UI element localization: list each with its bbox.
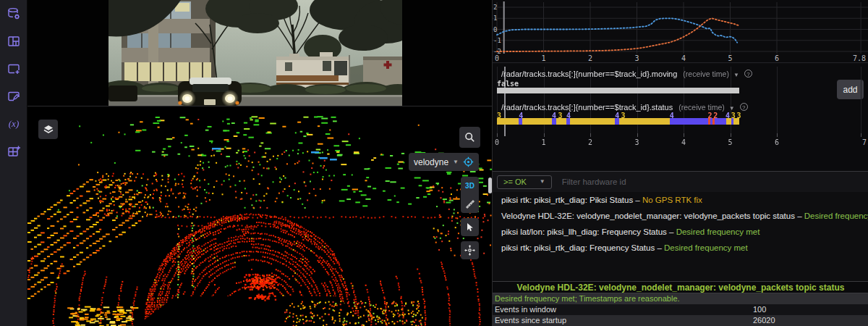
- chevron-down-icon[interactable]: ▼: [729, 105, 735, 112]
- detail-field-value: 26020: [753, 315, 775, 326]
- lidar-3d-panel[interactable]: velodyne ▼ 3D: [27, 106, 492, 326]
- detail-field-row: Events since startup26020: [493, 315, 868, 326]
- variables-icon[interactable]: (x): [0, 110, 27, 138]
- lidar-pointcloud-canvas[interactable]: [27, 106, 492, 326]
- chevron-down-icon: ▼: [540, 178, 545, 185]
- svg-text:1: 1: [541, 54, 545, 62]
- state-band[interactable]: [493, 88, 868, 93]
- move-crosshair-icon: [464, 245, 475, 256]
- diagnostic-name: piksi rtk: piksi_rtk_diag: Piksi Status: [501, 196, 633, 204]
- import-layout-icon[interactable]: [0, 138, 27, 165]
- camera-image: [109, 0, 402, 106]
- diagnostic-status: No GPS RTK fix: [642, 196, 702, 204]
- state-segment: [497, 88, 739, 93]
- chevron-down-icon: ▼: [453, 159, 459, 165]
- camera-image-panel: [27, 0, 492, 106]
- topic-path[interactable]: /radar/tracks.tracks[:]{number==$track_i…: [501, 103, 673, 112]
- diagnostic-row[interactable]: piksi lat/lon: piksi_llh_diag: Frequency…: [493, 224, 868, 240]
- frame-selector[interactable]: velodyne ▼: [409, 153, 479, 171]
- line-chart: 210-1-201234567.8: [493, 0, 868, 63]
- diagnostics-header: >= OK ▼: [493, 172, 868, 192]
- topic-path[interactable]: /radar/tracks.tracks[:]{number==$track_i…: [501, 70, 677, 78]
- state-band[interactable]: [493, 118, 868, 125]
- topic-path-row[interactable]: /radar/tracks.tracks[:]{number==$track_i…: [501, 103, 748, 112]
- lidar-tool-stack: 3D: [461, 177, 479, 213]
- diagnostic-detail-title[interactable]: Velodyne HDL-32E: velodyne_nodelet_manag…: [493, 281, 868, 293]
- axis-tick-label: 6: [775, 138, 779, 146]
- axis-tick-label: 7.8: [862, 138, 868, 146]
- data-source-settings-icon[interactable]: [0, 0, 27, 28]
- axis-tick-label: 3: [634, 138, 639, 146]
- timestamp-method: (receive time): [678, 103, 725, 112]
- svg-text:1: 1: [493, 14, 497, 22]
- cursor-icon: [465, 222, 475, 232]
- diagnostic-row[interactable]: Velodyne HDL-32E: velodyne_nodelet_manag…: [493, 208, 868, 224]
- state-segment: [670, 118, 708, 125]
- axis-tick: [590, 133, 591, 137]
- grid-line: [861, 67, 861, 136]
- svg-text:4: 4: [681, 54, 686, 62]
- detail-field-label: Events since startup: [495, 316, 566, 325]
- axis-tick: [684, 133, 684, 137]
- state-value-label: false: [497, 80, 519, 88]
- detail-field-label: Events in window: [495, 305, 556, 314]
- detail-field-row: Events in window100: [493, 304, 868, 315]
- axis-tick: [731, 133, 731, 137]
- toggle-3d-button[interactable]: 3D: [461, 177, 479, 195]
- svg-text:0: 0: [495, 54, 499, 62]
- diagnostic-name: piksi lat/lon: piksi_llh_diag: Frequency…: [501, 227, 667, 236]
- state-segment: [570, 118, 616, 125]
- diagnostic-name: piksi rtk: piksi_rtk_diag: Frequency Sta…: [501, 243, 655, 252]
- diagnostic-status: Desired frequency met; Timestamps are re…: [804, 212, 868, 220]
- svg-text:5: 5: [728, 54, 732, 62]
- pan-tool-button[interactable]: [461, 241, 479, 259]
- search-icon: [464, 132, 475, 143]
- detail-field-value: 100: [753, 304, 766, 315]
- diagnostic-name: Velodyne HDL-32E: velodyne_nodelet_manag…: [501, 212, 795, 220]
- svg-text:3: 3: [634, 54, 639, 62]
- measure-button[interactable]: [461, 195, 479, 213]
- axis-tick: [861, 133, 861, 137]
- diagnostic-detail: Velodyne HDL-32E: velodyne_nodelet_manag…: [493, 281, 868, 326]
- axis-tick: [637, 133, 638, 137]
- hardware-id-filter-input[interactable]: [562, 177, 864, 186]
- svg-text:-1: -1: [493, 37, 501, 44]
- select-tool-button[interactable]: [461, 218, 479, 236]
- diagnostic-row[interactable]: piksi rtk: piksi_rtk_diag: Piksi Status …: [493, 192, 868, 208]
- state-segment: [556, 118, 566, 125]
- edit-layout-icon[interactable]: [0, 83, 27, 110]
- diagnostic-detail-fields: Events in window100Events since startup2…: [493, 304, 868, 326]
- svg-text:0: 0: [493, 26, 497, 33]
- plot-panel[interactable]: 210-1-201234567.8: [493, 0, 868, 63]
- svg-text:2: 2: [493, 4, 497, 11]
- grid-line: [497, 67, 498, 136]
- diagnostic-row[interactable]: piksi rtk: piksi_rtk_diag: Frequency Sta…: [493, 240, 868, 256]
- 3d-mode-label: 3D: [465, 182, 475, 190]
- state-transitions-panel[interactable]: add 01234567.8/radar/tracks.tracks[:]{nu…: [493, 64, 868, 171]
- layout-grid-icon[interactable]: [0, 28, 27, 55]
- topic-path-row[interactable]: /radar/tracks.tracks[:]{number==$track_i…: [501, 70, 752, 78]
- state-segment: [522, 118, 552, 125]
- severity-filter-select[interactable]: >= OK ▼: [497, 175, 552, 189]
- axis-tick-label: 4: [681, 138, 686, 146]
- state-segment: [619, 118, 670, 125]
- axis-tick: [777, 133, 778, 137]
- search-button[interactable]: [459, 127, 480, 148]
- axis-tick-label: 0: [495, 138, 499, 146]
- help-icon[interactable]: ?: [740, 103, 748, 111]
- layers-icon: [43, 124, 54, 135]
- app-sidebar: (x): [0, 0, 27, 326]
- ruler-icon: [465, 199, 475, 209]
- diagnostic-status: Desired frequency met: [676, 227, 760, 236]
- add-panel-icon[interactable]: [0, 55, 27, 83]
- frame-selector-value: velodyne: [414, 157, 448, 167]
- svg-text:7.8: 7.8: [853, 54, 866, 62]
- follow-target-icon[interactable]: [463, 156, 474, 167]
- timestamp-method: (receive time): [683, 70, 729, 78]
- help-icon[interactable]: ?: [744, 70, 752, 78]
- chevron-down-icon[interactable]: ▼: [733, 72, 739, 78]
- diagnostics-panel: >= OK ▼ piksi rtk: piksi_rtk_diag: Piksi…: [493, 171, 868, 326]
- diagnostics-list: piksi rtk: piksi_rtk_diag: Piksi Status …: [493, 192, 868, 256]
- layers-button[interactable]: [38, 120, 58, 139]
- axis-tick-label: 5: [728, 138, 732, 146]
